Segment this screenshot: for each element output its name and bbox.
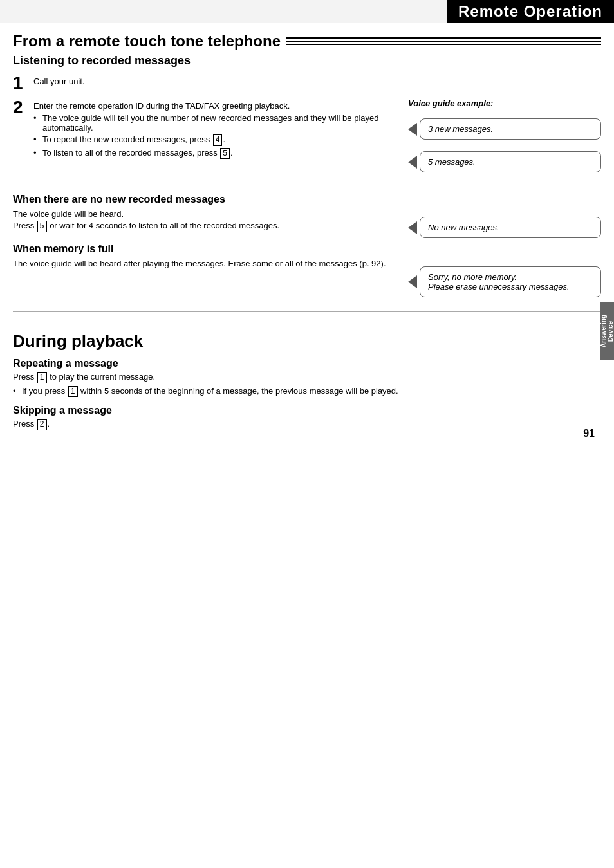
divider-2 xyxy=(13,311,601,312)
step2: 2 Enter the remote operation ID during t… xyxy=(13,98,395,161)
during-playback-heading: During playback xyxy=(13,331,601,351)
step1-content: Call your unit. xyxy=(33,74,601,92)
no-new-body1: The voice guide will be heard. xyxy=(13,209,395,219)
voice-box-3: No new messages. xyxy=(420,217,601,238)
bullet-2: To repeat the new recorded messages, pre… xyxy=(33,134,395,146)
voice-box-4-wrap: Sorry, no more memory. Please erase unne… xyxy=(408,266,601,297)
key-1a: 1 xyxy=(37,372,47,383)
header-title-box: Remote Operation xyxy=(447,0,614,23)
divider-1 xyxy=(13,187,601,187)
arrow-icon-3 xyxy=(408,221,417,234)
voice-box-1: 3 new messages. xyxy=(420,118,601,140)
step2-section: 2 Enter the remote operation ID during t… xyxy=(13,98,601,178)
section1-title-bar: From a remote touch tone telephone xyxy=(13,32,601,50)
arrow-icon-4 xyxy=(408,275,417,288)
page-number: 91 xyxy=(583,428,595,439)
step1: 1 Call your unit. xyxy=(13,74,601,92)
step2-left: 2 Enter the remote operation ID during t… xyxy=(13,98,395,178)
skipping-text: Press 2. xyxy=(13,419,601,430)
title-line-3 xyxy=(286,44,601,45)
no-new-subsection: When there are no new recorded messages … xyxy=(13,194,395,232)
no-new-body2: Press 5 or wait for 4 seconds to listen … xyxy=(13,221,395,232)
side-tab: Answering Device xyxy=(600,302,614,360)
memory-full-voice-spacer: Sorry, no more memory. Please erase unne… xyxy=(408,266,601,302)
page-header: Remote Operation xyxy=(0,0,614,23)
step2-right: Voice guide example: 3 new messages. 5 m… xyxy=(408,98,601,178)
no-new-messages-section: When there are no new recorded messages … xyxy=(13,194,601,243)
step2-bullets: The voice guide will tell you the number… xyxy=(33,113,395,159)
memory-full-left: When memory is full The voice guide will… xyxy=(13,243,395,302)
key-5b: 5 xyxy=(37,221,47,232)
repeating-bullet: If you press 1 within 5 seconds of the b… xyxy=(13,386,601,398)
step1-number: 1 xyxy=(13,74,27,92)
repeating-section: Repeating a message Press 1 to play the … xyxy=(13,358,601,397)
title-decorative-lines xyxy=(286,37,601,45)
voice-box-2-wrap: 5 messages. xyxy=(408,151,601,172)
title-line-2 xyxy=(286,41,601,42)
repeating-bullets: If you press 1 within 5 seconds of the b… xyxy=(13,386,601,398)
step2-number: 2 xyxy=(13,98,27,161)
step2-content: Enter the remote operation ID during the… xyxy=(33,98,395,161)
voice-box-3-wrap: No new messages. xyxy=(408,217,601,238)
memory-full-body: The voice guide will be heard after play… xyxy=(13,259,395,268)
memory-full-section: When memory is full The voice guide will… xyxy=(13,243,601,302)
bullet-3: To listen to all of the recorded message… xyxy=(33,148,395,160)
key-5a: 5 xyxy=(220,148,230,160)
voice-box-2: 5 messages. xyxy=(420,151,601,172)
voice-box-4: Sorry, no more memory. Please erase unne… xyxy=(420,266,601,297)
no-new-left: When there are no new recorded messages … xyxy=(13,194,395,243)
skipping-section: Skipping a message Press 2. xyxy=(13,405,601,430)
voice-box-1-wrap: 3 new messages. xyxy=(408,118,601,140)
repeating-heading: Repeating a message xyxy=(13,358,601,369)
key-2: 2 xyxy=(37,419,47,430)
no-new-heading: When there are no new recorded messages xyxy=(13,194,395,205)
step2-intro: Enter the remote operation ID during the… xyxy=(33,101,395,111)
page-title: Remote Operation xyxy=(458,3,602,21)
arrow-icon-1 xyxy=(408,123,417,136)
section1-subtitle: Listening to recorded messages xyxy=(13,54,601,68)
no-new-voice-spacer: No new messages. xyxy=(408,217,601,243)
no-new-right: No new messages. xyxy=(408,194,601,243)
memory-full-heading: When memory is full xyxy=(13,243,395,255)
voice-guide-label: Voice guide example: xyxy=(408,98,601,108)
memory-full-subsection: When memory is full The voice guide will… xyxy=(13,243,395,268)
title-line-1 xyxy=(286,37,601,39)
key-4: 4 xyxy=(213,134,223,146)
section1-title: From a remote touch tone telephone xyxy=(13,32,281,50)
bullet-1: The voice guide will tell you the number… xyxy=(33,113,395,133)
step1-text: Call your unit. xyxy=(33,77,601,86)
arrow-icon-2 xyxy=(408,156,417,169)
skipping-heading: Skipping a message xyxy=(13,405,601,416)
during-playback-section: During playback Repeating a message Pres… xyxy=(13,331,601,430)
repeating-text1: Press 1 to play the current message. xyxy=(13,372,601,383)
header-deco-left xyxy=(0,0,447,23)
key-1b: 1 xyxy=(68,386,78,398)
main-content: From a remote touch tone telephone Liste… xyxy=(0,32,614,451)
side-tab-text: Answering Device xyxy=(600,315,614,347)
memory-full-right: Sorry, no more memory. Please erase unne… xyxy=(408,243,601,302)
